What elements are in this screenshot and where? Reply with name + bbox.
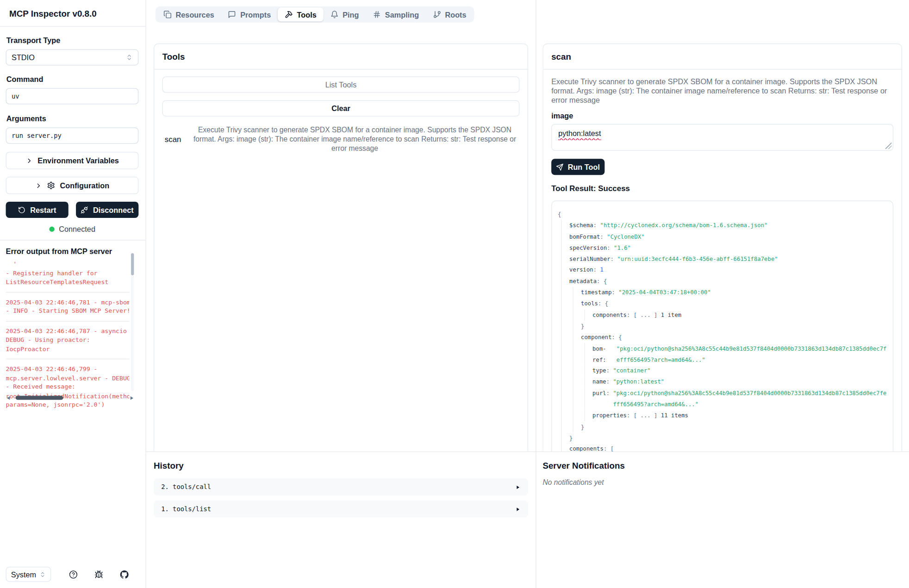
- tab-sampling[interactable]: Sampling: [366, 7, 426, 21]
- command-value: uv: [12, 93, 19, 100]
- history-item-label: 1. tools/list: [161, 505, 211, 513]
- command-input[interactable]: uv: [6, 88, 139, 104]
- bell-icon: [330, 11, 339, 19]
- arguments-label: Arguments: [6, 114, 139, 123]
- history-item-label: 2. tools/call: [161, 483, 211, 491]
- json-line: }: [552, 421, 892, 432]
- no-notifications-text: No notifications yet: [542, 479, 902, 487]
- chevrons-up-down-icon: [39, 571, 46, 577]
- json-line: specVersion: "1.6": [552, 242, 892, 253]
- arguments-value: run server.py: [12, 132, 62, 139]
- json-line: version: 1: [552, 265, 892, 276]
- sidebar-footer: System: [6, 567, 129, 582]
- log-vertical-scrollbar[interactable]: [131, 253, 134, 391]
- tool-description: Execute Trivy scanner to generate SPDX S…: [191, 125, 517, 153]
- scroll-left-arrow[interactable]: [7, 396, 10, 400]
- run-tool-button[interactable]: Run Tool: [551, 159, 604, 175]
- json-line: component: {: [552, 332, 892, 343]
- tool-detail-panel: scan Execute Trivy scanner to generate S…: [542, 43, 902, 452]
- copy-icon: [163, 11, 172, 19]
- json-line: components: [ ... ] 1 item: [552, 309, 892, 320]
- bug-icon[interactable]: [94, 570, 103, 579]
- json-line: $schema: "http://cyclonedx.org/schema/bo…: [552, 220, 892, 231]
- json-line: }: [552, 321, 892, 332]
- roots-icon: [433, 11, 441, 19]
- panel-divider: [535, 0, 536, 588]
- play-icon: [515, 484, 521, 490]
- disconnect-button[interactable]: Disconnect: [76, 202, 138, 218]
- tab-prompts[interactable]: Prompts: [221, 7, 278, 21]
- app-window: MCP Inspector v0.8.0 Transport Type STDI…: [0, 0, 909, 588]
- image-param-textarea[interactable]: python:latest: [551, 124, 893, 151]
- theme-select[interactable]: System: [6, 567, 51, 582]
- tab-label: Ping: [342, 10, 359, 19]
- json-line: tools: {: [552, 298, 892, 309]
- error-log: '- Registering handler forListResourceTe…: [6, 260, 139, 409]
- scrollbar-thumb[interactable]: [16, 396, 63, 400]
- json-line: type: "container": [552, 365, 892, 376]
- tab-label: Sampling: [385, 10, 419, 19]
- configuration-label: Configuration: [60, 181, 110, 190]
- transport-type-select[interactable]: STDIO: [6, 49, 139, 65]
- log-entry: '- Registering handler forListResourceTe…: [6, 260, 130, 286]
- configuration-button[interactable]: Configuration: [6, 177, 139, 194]
- restart-label: Restart: [30, 205, 56, 214]
- history-item[interactable]: 1. tools/list: [154, 501, 528, 517]
- json-line: purl: "pkg:oci/python@sha256%3A8c55c44b9…: [552, 388, 892, 399]
- clear-button[interactable]: Clear: [162, 100, 520, 117]
- tab-label: Tools: [297, 10, 317, 19]
- run-tool-label: Run Tool: [568, 162, 600, 171]
- disconnect-label: Disconnect: [93, 205, 134, 214]
- json-line: metadata: {: [552, 276, 892, 287]
- tools-list: scanExecute Trivy scanner to generate SP…: [162, 125, 520, 153]
- tab-label: Resources: [176, 10, 214, 19]
- connected-dot: [49, 227, 54, 232]
- command-label: Command: [6, 75, 139, 84]
- restart-button[interactable]: Restart: [6, 202, 68, 218]
- scrollbar-thumb[interactable]: [131, 253, 134, 275]
- tool-detail-title: scan: [543, 44, 902, 69]
- tool-result-json[interactable]: {$schema: "http://cyclonedx.org/schema/b…: [551, 200, 893, 451]
- log-entry: 2025-04-03 22:46:46,787 - asyncio -DEBUG…: [6, 321, 130, 353]
- environment-variables-button[interactable]: Environment Variables: [6, 152, 139, 169]
- arguments-input[interactable]: run server.py: [6, 128, 139, 144]
- json-line: timestamp: "2025-04-04T03:47:18+00:00": [552, 287, 892, 298]
- divider: [0, 240, 145, 241]
- tab-roots[interactable]: Roots: [426, 7, 473, 21]
- scroll-right-arrow[interactable]: [131, 396, 133, 400]
- send-icon: [556, 163, 564, 171]
- log-entry: 2025-04-03 22:46:46,799 -mcp.server.lowl…: [6, 359, 130, 409]
- tool-result-label: Tool Result: Success: [551, 184, 893, 193]
- json-line: bom- "pkg:oci/python@sha256%3A8c55c44b9e…: [552, 343, 892, 354]
- hash-icon: [373, 11, 381, 19]
- connection-status: Connected: [6, 225, 139, 234]
- json-line: serialNumber: "urn:uuid:3ecfc444-f6b3-45…: [552, 254, 892, 265]
- json-line: properties: [ ... ] 11 items: [552, 410, 892, 421]
- github-icon[interactable]: [120, 570, 129, 579]
- gear-icon: [47, 181, 56, 190]
- server-notifications-title: Server Notifications: [542, 461, 902, 470]
- rotate-ccw-icon: [18, 206, 25, 213]
- hammer-icon: [285, 11, 293, 19]
- tool-description: Execute Trivy scanner to generate SPDX S…: [551, 77, 893, 105]
- chevron-right-icon: [25, 157, 33, 164]
- connected-label: Connected: [59, 225, 95, 234]
- list-tools-button[interactable]: List Tools: [162, 76, 520, 93]
- tab-resources[interactable]: Resources: [156, 7, 221, 21]
- chevrons-up-down-icon: [126, 54, 133, 61]
- unplug-icon: [81, 206, 88, 213]
- json-line: bomFormat: "CycloneDX": [552, 231, 892, 242]
- tool-list-item-scan[interactable]: scanExecute Trivy scanner to generate SP…: [162, 125, 520, 153]
- json-line: components: [: [552, 443, 892, 451]
- param-label: image: [551, 111, 893, 120]
- help-circle-icon[interactable]: [69, 570, 78, 579]
- log-horizontal-scrollbar[interactable]: [6, 395, 135, 401]
- history-item[interactable]: 2. tools/call: [154, 479, 528, 495]
- tools-panel: Tools List Tools Clear scanExecute Trivy…: [154, 43, 528, 452]
- tab-label: Prompts: [240, 10, 271, 19]
- image-param-value: python:latest: [558, 129, 601, 138]
- tab-ping[interactable]: Ping: [324, 7, 366, 21]
- tab-tools[interactable]: Tools: [278, 7, 324, 21]
- resize-grip[interactable]: [885, 142, 892, 149]
- transport-type-label: Transport Type: [6, 36, 139, 45]
